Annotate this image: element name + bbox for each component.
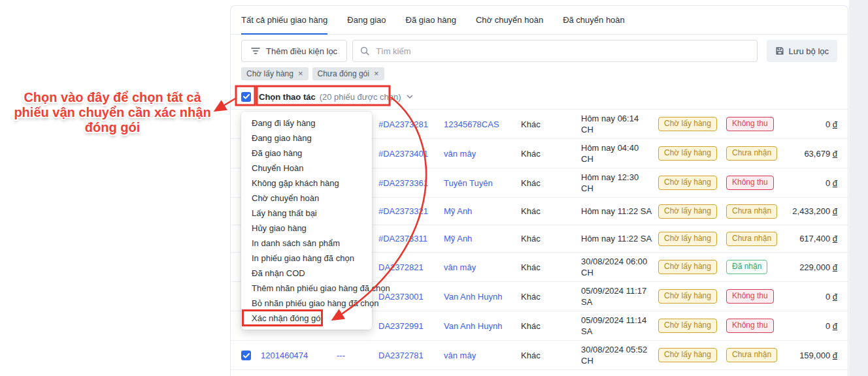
status-badge: Chờ lấy hàng xyxy=(658,289,717,304)
menu-item[interactable]: Xác nhận đóng gói xyxy=(241,311,372,326)
menu-item[interactable]: Bỏ nhãn phiếu giao hàng đã chọn xyxy=(241,296,372,311)
order-code-link[interactable]: #DA2373401 xyxy=(378,148,444,159)
search-icon xyxy=(360,46,369,55)
add-filter-condition-label: Thêm điều kiện lọc xyxy=(266,46,337,56)
save-filter-button[interactable]: Lưu bộ lọc xyxy=(767,40,837,62)
customer-link[interactable]: vân mây xyxy=(444,262,521,273)
page: { "tabs": [ {"label": "Tất cả phiếu giao… xyxy=(0,0,868,376)
tab-bar: Tất cả phiếu giao hàng Đang giao Đã giao… xyxy=(231,6,848,35)
chip-close-icon[interactable]: × xyxy=(298,70,303,78)
customer-link[interactable]: Van Anh Huynh xyxy=(444,291,521,302)
date-cell: Hôm nay 06:14 CH xyxy=(581,113,658,135)
menu-item[interactable]: Thêm nhãn phiếu giao hàng đã chọn xyxy=(241,281,372,296)
menu-item[interactable]: In danh sách sản phẩm xyxy=(241,236,372,251)
date-cell: Hôm nay 11:22 SA xyxy=(581,206,658,217)
status-badge: Chờ lấy hàng xyxy=(658,176,717,190)
status-cell: Chờ lấy hàng xyxy=(658,176,726,190)
order-code-link[interactable]: DA2372991 xyxy=(378,321,444,332)
currency-symbol: đ xyxy=(833,321,837,331)
cod-badge: Không thu xyxy=(726,117,774,131)
carrier-cell: Khác xyxy=(521,350,581,361)
carrier-cell: Khác xyxy=(521,321,581,332)
amount-cell: 0 đ xyxy=(784,119,837,130)
tab[interactable]: Chờ chuyển hoàn xyxy=(476,6,543,34)
customer-link[interactable]: Mỹ Anh xyxy=(444,206,521,217)
status-cell: Chờ lấy hàng xyxy=(658,146,726,161)
menu-item[interactable]: In phiếu giao hàng đã chọn xyxy=(241,251,372,266)
tab-label: Đang giao xyxy=(347,15,386,25)
menu-item[interactable]: Đã nhận COD xyxy=(241,266,372,281)
status-badge: Chờ lấy hàng xyxy=(658,348,717,362)
tab[interactable]: Đã chuyển hoàn xyxy=(563,6,625,34)
tab[interactable]: Đang giao xyxy=(347,6,386,34)
chip-close-icon[interactable]: × xyxy=(374,70,379,78)
tab-label: Chờ chuyển hoàn xyxy=(476,15,543,25)
tracking-number-link[interactable]: 1201460474 xyxy=(261,350,337,361)
order-code-link[interactable]: #DA2373361 xyxy=(378,178,444,189)
customer-link[interactable]: Mỹ Anh xyxy=(444,233,521,244)
order-code-link[interactable]: #DA2373281 xyxy=(378,119,444,130)
cod-badge: Không thu xyxy=(726,319,774,333)
tab[interactable]: Đã giao hàng xyxy=(406,6,456,34)
amount-value: 2,433,200 xyxy=(792,206,830,216)
annotation-note-line: Chọn vào đây để chọn tất cả xyxy=(4,90,221,105)
order-code-link[interactable]: #DA2373311 xyxy=(378,233,444,244)
currency-symbol: đ xyxy=(833,234,837,243)
row-checkbox[interactable] xyxy=(241,351,251,360)
cod-badge: Chưa nhận xyxy=(726,146,777,161)
date-cell: 30/08/2024 06:00 CH xyxy=(581,256,658,278)
date-cell: Hôm nay 12:30 CH xyxy=(581,172,658,194)
date-cell: Hôm nay 11:22 SA xyxy=(581,233,658,244)
status-cell: Chờ lấy hàng xyxy=(658,117,726,131)
menu-item[interactable]: Không gặp khách hàng xyxy=(241,176,372,191)
date-cell: Hôm nay 04:40 CH xyxy=(581,142,658,164)
shipment-list-panel: Tất cả phiếu giao hàng Đang giao Đã giao… xyxy=(230,5,848,376)
carrier-cell: Khác xyxy=(521,262,581,273)
tab[interactable]: Tất cả phiếu giao hàng xyxy=(241,6,327,34)
currency-symbol: đ xyxy=(833,149,837,159)
amount-value: 0 xyxy=(826,321,830,331)
date-cell: 30/08/2024 05:52 CH xyxy=(581,344,658,366)
amount-cell: 0 đ xyxy=(784,178,837,189)
order-code-link[interactable]: DA2372821 xyxy=(378,262,444,273)
amount-cell: 229,000 đ xyxy=(784,262,837,273)
currency-symbol: đ xyxy=(833,206,837,216)
select-all-checkbox[interactable] xyxy=(241,92,251,102)
menu-item[interactable]: Đang đi lấy hàng xyxy=(241,116,372,131)
customer-link[interactable]: vân mây xyxy=(444,350,521,361)
save-filter-label: Lưu bộ lọc xyxy=(789,46,829,56)
filter-chip[interactable]: Chờ lấy hàng × xyxy=(241,67,309,80)
customer-link[interactable]: 12345678CAS xyxy=(444,119,521,130)
menu-item[interactable]: Đang giao hàng xyxy=(241,131,372,146)
amount-value: 0 xyxy=(826,178,830,188)
amount-cell: 0 đ xyxy=(784,291,837,302)
menu-item[interactable]: Lấy hàng thất bại xyxy=(241,206,372,221)
cod-badge: Chưa nhận xyxy=(726,348,777,362)
table-row: 1201460474 --- DA2372781 vân mây Khác 30… xyxy=(231,340,848,369)
menu-item[interactable]: Đã giao hàng xyxy=(241,146,372,161)
customer-link[interactable]: vân mây xyxy=(444,148,521,159)
search-input[interactable] xyxy=(375,46,749,57)
page-background-strip xyxy=(849,0,868,376)
amount-value: 617,400 xyxy=(799,234,830,243)
order-code-link[interactable]: #DA2373321 xyxy=(378,206,444,217)
filter-toolbar: Thêm điều kiện lọc Lưu bộ lọc xyxy=(231,35,848,67)
menu-item[interactable]: Hủy giao hàng xyxy=(241,221,372,236)
add-filter-condition-button[interactable]: Thêm điều kiện lọc xyxy=(241,40,347,62)
amount-cell: 2,433,200 đ xyxy=(784,206,837,217)
menu-item[interactable]: Chờ chuyển hoàn xyxy=(241,191,372,206)
status-cell: Chờ lấy hàng xyxy=(658,348,726,362)
currency-symbol: đ xyxy=(833,119,837,129)
filter-chip-label: Chưa đóng gói xyxy=(318,69,369,78)
filter-chip-label: Chờ lấy hàng xyxy=(246,69,293,78)
customer-link[interactable]: Van Anh Huynh xyxy=(444,321,521,332)
filter-chip[interactable]: Chưa đóng gói × xyxy=(312,67,384,80)
status-badge: Chờ lấy hàng xyxy=(658,232,717,246)
bulk-action-trigger[interactable]: Chọn thao tác xyxy=(259,92,316,102)
order-code-link[interactable]: DA2372781 xyxy=(378,350,444,361)
row-tag-link[interactable]: --- xyxy=(337,350,378,361)
menu-item[interactable]: Chuyển Hoàn xyxy=(241,161,372,176)
tab-label: Đã chuyển hoàn xyxy=(563,15,625,25)
status-badge: Chờ lấy hàng xyxy=(658,117,717,131)
customer-link[interactable]: Tuyên Tuyên xyxy=(444,178,521,189)
